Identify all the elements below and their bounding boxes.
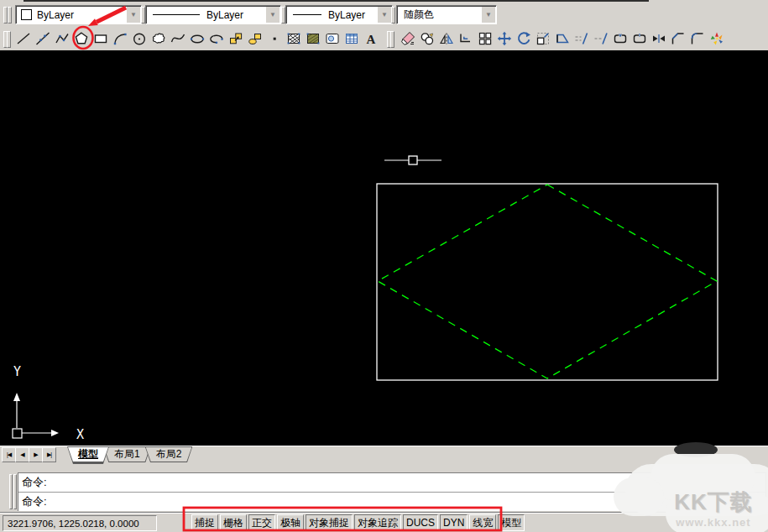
polar-button[interactable]: 极轴 [277,514,304,531]
break-at-point-button[interactable] [630,29,649,49]
region-icon [324,30,341,47]
join-icon [650,30,667,47]
explode-icon [708,30,725,47]
region-button[interactable] [322,29,342,49]
chevron-down-icon[interactable]: ▼ [378,7,391,23]
polygon-icon [73,30,90,47]
next-tab-button[interactable]: ▶ [29,447,43,462]
ellipse-button[interactable] [187,29,206,49]
lineweight-button[interactable]: 线宽 [469,514,496,531]
command-window-grip[interactable] [13,474,17,509]
array-button[interactable] [475,29,494,49]
move-button[interactable] [494,29,514,49]
model-button[interactable]: 模型 [498,514,525,531]
last-tab-button[interactable]: ▶| [42,447,56,462]
tab-layout2[interactable]: 布局2 [145,446,193,464]
toolbar-grip[interactable] [7,31,11,48]
circle-button[interactable] [129,29,149,49]
drawn-rectangle[interactable] [377,184,718,380]
fillet-button[interactable] [687,29,707,49]
first-tab-button[interactable]: |◀ [2,447,16,462]
prev-tab-button[interactable]: ◀ [15,447,29,462]
ellipse-arc-button[interactable] [206,29,226,49]
insert-block-button[interactable] [226,29,245,49]
command-window-grip[interactable] [9,474,13,509]
linetype-control-dropdown[interactable]: ByLayer ▼ [145,5,281,24]
spline-button[interactable] [168,29,187,49]
hatch-button[interactable] [284,29,303,49]
extend-button[interactable] [591,29,610,49]
insert-block-icon [227,30,244,47]
grid-button[interactable]: 栅格 [220,514,247,531]
polygon-button[interactable] [71,29,91,49]
otrack-button[interactable]: 对象追踪 [354,514,401,531]
point-button[interactable] [264,29,284,49]
ortho-button[interactable]: 正交 [248,514,275,531]
scale-button[interactable] [533,29,552,49]
table-icon [343,30,360,47]
multiline-text-icon: A [363,30,379,47]
color-control-dropdown[interactable]: ByLayer ▼ [15,5,142,24]
command-line-area[interactable]: 命令:命令: [18,472,766,511]
plotstyle-control-value: 随颜色 [404,8,434,22]
command-prompt-line[interactable]: 命令: [18,473,765,493]
toolbar-grip[interactable] [391,7,395,23]
chevron-down-icon[interactable]: ▼ [482,7,495,23]
dyn-button[interactable]: DYN [440,514,468,531]
break-button[interactable] [610,29,630,49]
mirror-button[interactable] [436,29,456,49]
line-button[interactable] [13,29,33,49]
offset-icon [457,30,474,47]
tab-layout1[interactable]: 布局1 [103,446,151,464]
make-block-button[interactable] [245,29,264,49]
tab-model[interactable]: 模型 [67,446,109,464]
layout-tab-bar: |◀◀▶▶| 模型布局1布局2 [0,446,768,462]
gradient-icon [305,30,321,47]
copy-button[interactable] [417,29,436,49]
ucs-x-label: X [76,427,84,442]
snap-button[interactable]: 捕捉 [191,514,218,531]
chamfer-button[interactable] [668,29,687,49]
osnap-button[interactable]: 对象捕捉 [306,514,353,531]
join-button[interactable] [649,29,668,49]
multiline-text-button[interactable]: A [361,29,380,49]
color-swatch [21,9,32,20]
lineweight-control-value: ByLayer [328,9,365,21]
construction-line-button[interactable] [33,29,52,49]
arc-button[interactable] [110,29,129,49]
chevron-down-icon[interactable]: ▼ [127,7,140,23]
rotate-icon [515,30,532,47]
polyline-icon [54,30,71,47]
command-prompt-line[interactable]: 命令: [18,493,765,511]
linetype-sample [153,14,200,15]
scale-icon [535,30,551,47]
erase-button[interactable] [398,29,417,49]
ucs-x-arrow-icon [51,430,59,436]
lineweight-control-dropdown[interactable]: ByLayer ▼ [285,5,393,24]
command-window: 命令:命令: [0,462,768,512]
offset-button[interactable] [456,29,475,49]
rectangle-icon [92,30,109,47]
drawn-dashed-diamond[interactable] [378,185,717,378]
trim-icon [573,30,590,47]
break-icon [612,30,629,47]
toolbar-grip[interactable] [390,31,394,48]
drawing-canvas[interactable]: XY [0,50,768,446]
table-button[interactable] [342,29,361,49]
chevron-down-icon[interactable]: ▼ [266,7,280,23]
trim-button[interactable] [572,29,591,49]
rotate-button[interactable] [514,29,533,49]
rectangle-button[interactable] [91,29,110,49]
revision-cloud-button[interactable] [149,29,168,49]
gradient-button[interactable] [303,29,322,49]
hatch-icon [285,30,302,47]
toolbar-grip[interactable] [8,7,12,23]
modify-toolbar [398,29,726,49]
coordinate-readout[interactable]: 3221.9706, 1225.0218, 0.0000 [3,515,157,531]
ducs-button[interactable]: DUCS [403,514,438,531]
plotstyle-control-dropdown[interactable]: 随颜色 ▼ [396,5,497,24]
polyline-button[interactable] [52,29,71,49]
stretch-button[interactable] [552,29,572,49]
explode-button[interactable] [707,29,726,49]
tools-toolbar-row: A [0,26,768,51]
